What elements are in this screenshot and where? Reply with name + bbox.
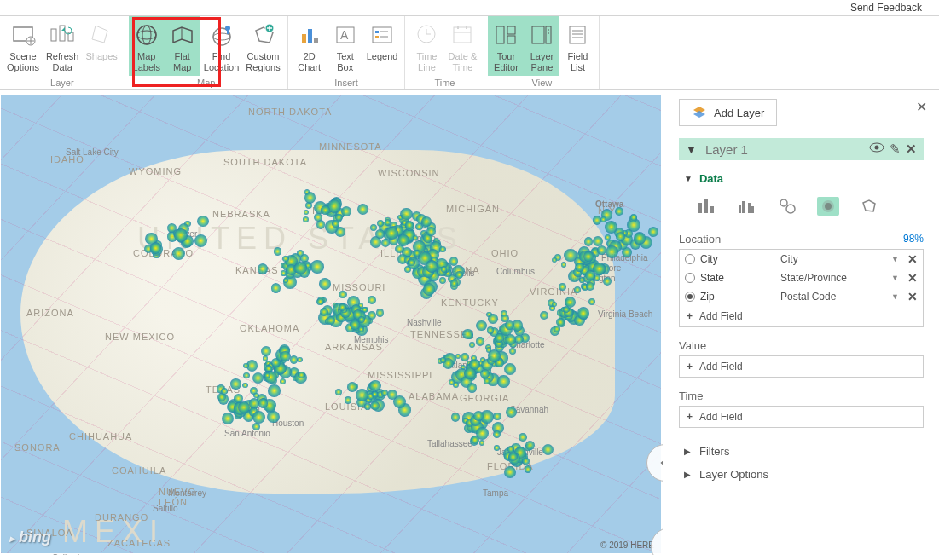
heatmap-point <box>252 423 260 430</box>
heatmap-point <box>476 337 485 346</box>
remove-field-button[interactable]: ✕ <box>907 252 918 266</box>
svg-rect-45 <box>570 26 585 43</box>
svg-point-9 <box>137 26 156 44</box>
caret-down-icon[interactable]: ▼ <box>891 255 899 263</box>
scene-options-button[interactable]: SceneOptions <box>3 16 43 76</box>
heatmap-point <box>615 207 623 216</box>
remove-field-button[interactable]: ✕ <box>907 271 918 285</box>
city-label: Memphis <box>354 335 389 344</box>
clustered-column-type[interactable] <box>735 197 757 216</box>
tour-editor-button[interactable]: TourEditor <box>488 16 524 76</box>
delete-layer-button[interactable]: ✕ <box>906 141 917 157</box>
field-type[interactable]: Postal Code <box>780 291 886 303</box>
location-field-row[interactable]: StateState/Province▼✕ <box>680 268 923 287</box>
heatmap-point <box>519 433 527 442</box>
ribbon: SceneOptions RefreshData Shapes Layer Ma… <box>0 15 939 90</box>
custom-regions-button[interactable]: CustomRegions <box>242 16 283 76</box>
field-type[interactable]: State/Province <box>780 272 886 284</box>
field-list-button[interactable]: FieldList <box>559 16 595 76</box>
heatmap-point <box>464 367 476 379</box>
svg-point-60 <box>780 199 787 206</box>
find-location-button[interactable]: FindLocation <box>200 16 243 76</box>
state-label: WYOMING <box>129 166 182 176</box>
heatmap-point <box>197 216 209 228</box>
state-label: OKLAHOMA <box>240 323 299 333</box>
refresh-icon <box>49 22 75 48</box>
layer-options-section[interactable]: ▶Layer Options <box>679 463 924 486</box>
state-label: MISSISSIPPI <box>368 370 432 380</box>
caret-down-icon[interactable]: ▼ <box>891 274 899 282</box>
heatmap-point <box>505 320 514 330</box>
radio-button[interactable] <box>685 292 695 302</box>
svg-rect-56 <box>739 205 741 213</box>
location-field-row[interactable]: CityCity▼✕ <box>680 250 923 268</box>
location-confidence[interactable]: 98% <box>903 233 924 245</box>
add-layer-button[interactable]: Add Layer <box>679 99 777 126</box>
heatmap-type[interactable] <box>817 197 839 216</box>
bubble-type[interactable] <box>776 197 798 216</box>
city-label: San Antonio <box>224 429 270 438</box>
heatmap-point <box>563 306 570 313</box>
add-value-field-button[interactable]: +Add Field <box>680 356 923 377</box>
map-labels-button[interactable]: MapLabels <box>129 16 165 76</box>
legend-button[interactable]: Legend <box>363 16 402 66</box>
heatmap-point <box>462 329 472 339</box>
ribbon-group-layer: Layer <box>50 78 74 89</box>
heatmap-point <box>319 278 330 289</box>
shapes-icon <box>89 22 114 48</box>
bar-chart-icon <box>297 22 322 48</box>
send-feedback-link[interactable]: Send Feedback <box>850 2 922 14</box>
2d-chart-button[interactable]: 2DChart <box>292 16 327 76</box>
heatmap-point <box>370 224 377 231</box>
heatmap-point <box>304 192 316 203</box>
svg-rect-41 <box>532 26 544 43</box>
map-canvas[interactable]: UNITED STATES MEXI IDAHOWYOMINGNORTH DAK… <box>0 90 664 556</box>
field-name: City <box>700 253 775 265</box>
close-panel-button[interactable]: ✕ <box>916 99 927 115</box>
caret-down-icon[interactable]: ▼ <box>891 292 899 301</box>
location-field-row[interactable]: ZipPostal Code▼✕ <box>680 287 923 306</box>
refresh-data-button[interactable]: RefreshData <box>43 16 83 76</box>
radio-button[interactable] <box>685 273 695 283</box>
svg-point-16 <box>225 26 230 31</box>
layer-title: Layer 1 <box>705 142 861 157</box>
add-time-field-button[interactable]: +Add Field <box>680 407 923 427</box>
filters-section[interactable]: ▶Filters <box>679 440 924 463</box>
heatmap-point <box>282 256 288 262</box>
heatmap-point <box>476 320 487 332</box>
layer-header[interactable]: ▼ Layer 1 ✎ ✕ <box>679 138 924 160</box>
region-type[interactable] <box>858 197 880 216</box>
heatmap-point <box>258 263 269 274</box>
city-label: Saltillo <box>153 504 177 513</box>
text-box-button[interactable]: A TextBox <box>327 16 363 76</box>
svg-marker-7 <box>61 27 65 31</box>
add-location-field-button[interactable]: +Add Field <box>680 306 923 326</box>
svg-rect-53 <box>698 203 702 213</box>
edit-layer-button[interactable]: ✎ <box>890 141 901 157</box>
heatmap-point <box>387 390 397 400</box>
remove-field-button[interactable]: ✕ <box>907 290 918 303</box>
svg-rect-5 <box>60 26 65 41</box>
svg-rect-22 <box>308 29 312 43</box>
svg-rect-38 <box>496 26 504 43</box>
text-box-icon: A <box>333 22 358 48</box>
svg-point-52 <box>875 146 879 150</box>
radio-button[interactable] <box>685 254 695 264</box>
layer-pane-button[interactable]: LayerPane <box>524 16 559 76</box>
heatmap-point <box>469 342 475 348</box>
state-label: CHIHUAHUA <box>69 431 132 442</box>
heatmap-point <box>267 411 279 423</box>
city-label: Tampa <box>483 488 508 498</box>
data-section-header[interactable]: ▼ Data <box>679 169 924 188</box>
state-label: COAHUILA <box>112 465 166 476</box>
heatmap-point <box>314 213 322 222</box>
date-time-button: Date &Time <box>444 16 480 76</box>
visibility-toggle[interactable] <box>869 141 884 157</box>
svg-rect-55 <box>710 206 714 213</box>
state-label: ARIZONA <box>26 308 74 318</box>
flat-map-button[interactable]: FlatMap <box>165 16 200 76</box>
stacked-column-type[interactable] <box>694 197 716 216</box>
state-label: NEBRASKA <box>212 209 270 219</box>
city-label: Monterrey <box>168 488 206 498</box>
field-type[interactable]: City <box>780 253 886 265</box>
